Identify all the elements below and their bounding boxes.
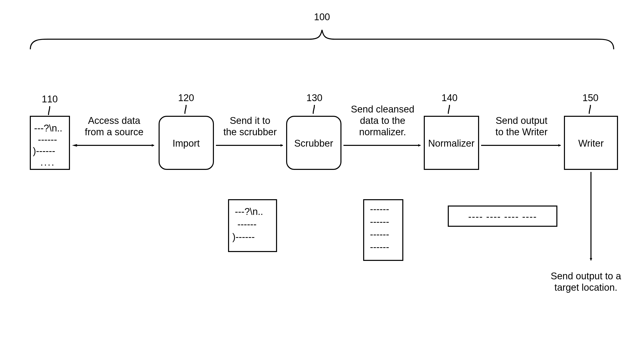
svg-text:------: ------ — [38, 134, 57, 145]
overall-bracket: 100 — [30, 12, 614, 49]
arrow-scrubber-normalizer: Send cleansed data to the normalizer. — [343, 104, 420, 145]
svg-text:110: 110 — [42, 94, 58, 104]
svg-text:------: ------ — [370, 204, 389, 214]
svg-text:------: ------ — [237, 219, 257, 230]
sample-doc-3: ---- ---- ---- ---- — [448, 206, 557, 226]
sample-doc-1: ---?\n.. ------ )------ — [229, 200, 277, 252]
svg-text:---?\n..: ---?\n.. — [34, 123, 62, 133]
svg-text:)------: )------ — [232, 232, 255, 242]
ref-110: 110 — [42, 94, 58, 115]
svg-text:---?\n..: ---?\n.. — [235, 206, 263, 217]
svg-text:130: 130 — [306, 93, 322, 103]
svg-text:120: 120 — [178, 93, 194, 103]
svg-text:------: ------ — [370, 242, 389, 252]
svg-text:)------: )------ — [33, 146, 55, 156]
ref-140: 140 — [441, 93, 457, 114]
normalizer-label: Normalizer — [428, 138, 475, 149]
svg-text:Send output: Send output — [496, 115, 548, 126]
svg-text:150: 150 — [582, 93, 598, 103]
svg-text:target location.: target location. — [554, 282, 617, 293]
svg-text:from a source: from a source — [85, 127, 143, 137]
svg-text:------: ------ — [370, 229, 389, 240]
svg-text:data to the: data to the — [360, 115, 405, 126]
scrubber-block: Scrubber — [287, 116, 341, 169]
svg-text:to the Writer: to the Writer — [496, 127, 548, 137]
ref-150: 150 — [582, 93, 598, 114]
arrow-import-scrubber: Send it to the scrubber — [216, 115, 283, 145]
ref-120: 120 — [178, 93, 194, 114]
writer-label: Writer — [578, 138, 604, 149]
overall-ref: 100 — [314, 12, 330, 22]
svg-text:normalizer.: normalizer. — [359, 127, 406, 137]
source-block: ---?\n.. ------ )------ .... — [30, 116, 69, 169]
normalizer-block: Normalizer — [424, 116, 479, 169]
writer-block: Writer — [564, 116, 617, 169]
svg-text:Send cleansed: Send cleansed — [351, 104, 414, 115]
svg-text:---- ---- ---- ----: ---- ---- ---- ---- — [468, 211, 537, 222]
arrow-source-import: Access data from a source — [72, 115, 154, 147]
arrow-normalizer-writer: Send output to the Writer — [481, 115, 561, 145]
sample-doc-2: ------ ------ ------ ------ — [364, 200, 403, 260]
svg-text:Send it to: Send it to — [230, 115, 270, 126]
arrow-writer-output: Send output to a target location. — [551, 172, 622, 293]
import-label: Import — [172, 138, 200, 149]
svg-text:the scrubber: the scrubber — [223, 127, 277, 137]
svg-text:Send output to a: Send output to a — [551, 271, 622, 281]
svg-text:....: .... — [40, 157, 55, 168]
svg-text:Access data: Access data — [88, 115, 141, 126]
svg-text:------: ------ — [370, 216, 389, 227]
scrubber-label: Scrubber — [294, 138, 333, 149]
ref-130: 130 — [306, 93, 322, 114]
svg-text:140: 140 — [441, 93, 457, 103]
import-block: Import — [159, 116, 213, 169]
